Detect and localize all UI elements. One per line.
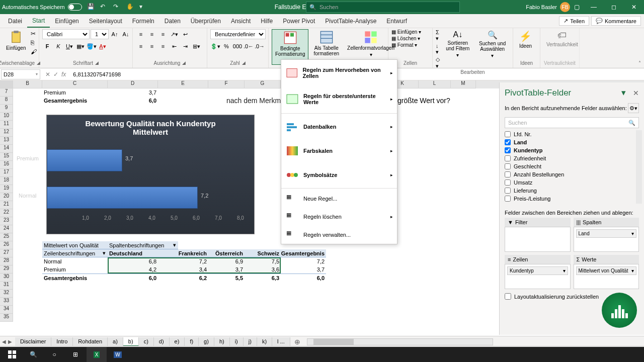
row-header-16[interactable]: 16 xyxy=(0,161,13,169)
sheet-tab-k)[interactable]: k) xyxy=(257,337,272,346)
pivot-measure-label[interactable]: Mittelwert von Qualität xyxy=(42,241,108,249)
align-bottom-icon[interactable]: ≡ xyxy=(158,29,168,39)
chip-values[interactable]: Mittelwert von Qualität▾ xyxy=(576,266,637,275)
row-header-30[interactable]: 30 xyxy=(0,274,13,282)
align-right-icon[interactable]: ≡ xyxy=(158,41,168,51)
chip-land[interactable]: Land▾ xyxy=(576,229,637,238)
fill-color-button[interactable]: 🪣▾ xyxy=(87,41,97,51)
pivot-cell[interactable]: 3,7 xyxy=(281,265,326,274)
sheet-tab-g)[interactable]: g) xyxy=(199,337,214,346)
pivot-row-filter-icon[interactable]: ▾ xyxy=(101,249,108,257)
col-header-G[interactable]: G xyxy=(245,80,281,88)
area-filter[interactable] xyxy=(505,227,571,252)
row-header-12[interactable]: 12 xyxy=(0,129,13,137)
cf-manage-rules[interactable]: ▦Regeln verwalten... xyxy=(281,226,397,244)
row-header-10[interactable]: 10 xyxy=(0,113,13,121)
italic-button[interactable]: K xyxy=(53,41,63,51)
area-values[interactable]: Mittelwert von Qualität▾ xyxy=(574,264,639,289)
sheet-tab-c)[interactable]: c) xyxy=(139,337,154,346)
row-header-21[interactable]: 21 xyxy=(0,201,13,209)
row-header-20[interactable]: 20 xyxy=(0,193,13,201)
tab-ueberpruefen[interactable]: Überprüfen xyxy=(186,14,226,28)
pivot-cell[interactable]: 6,8 xyxy=(108,257,158,265)
tab-ansicht[interactable]: Ansicht xyxy=(226,14,256,28)
pivot-cell[interactable]: 6,2 xyxy=(158,274,208,282)
taskbar-search-icon[interactable]: 🔍 xyxy=(23,347,43,362)
fill-icon[interactable]: ↓ ▾ xyxy=(436,43,440,55)
sheet-tab-Intro[interactable]: Intro xyxy=(51,337,73,346)
save-icon[interactable]: 💾 xyxy=(87,3,95,11)
pivot-hdr-ges[interactable]: Gesamtergebnis xyxy=(281,249,326,257)
name-box[interactable]: D28 xyxy=(1,69,40,79)
redo-icon[interactable]: ↷ xyxy=(113,3,121,11)
col-header-F[interactable]: F xyxy=(208,80,245,88)
tab-seitenlayout[interactable]: Seitenlayout xyxy=(84,14,127,28)
increase-font-icon[interactable]: A↑ xyxy=(110,29,120,39)
pivot-hdr-at[interactable]: Österreich xyxy=(208,249,245,257)
pivot-cell[interactable]: Premium xyxy=(42,265,108,274)
taskbar-excel-icon[interactable]: X xyxy=(87,347,107,362)
area-rows[interactable]: Kundentyp▾ xyxy=(505,264,571,289)
fx-icon[interactable]: fx xyxy=(61,71,66,78)
pivot-col-filter-icon[interactable]: ▾ xyxy=(171,241,178,249)
align-top-icon[interactable]: ≡ xyxy=(136,29,146,39)
row-header-31[interactable]: 31 xyxy=(0,282,13,290)
row-header-34[interactable]: 34 xyxy=(0,306,13,314)
sheet-tab-d)[interactable]: d) xyxy=(154,337,170,346)
horizontal-scrollbar[interactable] xyxy=(307,338,493,345)
tab-entwurf[interactable]: Entwurf xyxy=(381,14,412,28)
cancel-formula-icon[interactable]: ✕ xyxy=(45,71,50,78)
confirm-formula-icon[interactable]: ✓ xyxy=(53,71,58,78)
pivot-hdr-de[interactable]: Deutschland xyxy=(108,249,158,257)
row-header-33[interactable]: 33 xyxy=(0,298,13,306)
percent-icon[interactable]: % xyxy=(221,41,231,51)
minimize-button[interactable]: — xyxy=(584,0,604,14)
cell-c7[interactable]: Premium xyxy=(42,88,108,97)
pivot-row-label[interactable]: Zeilenbeschriftungen xyxy=(42,249,101,257)
align-middle-icon[interactable]: ≡ xyxy=(147,29,157,39)
cf-new-rule[interactable]: ▦Neue Regel... xyxy=(281,190,397,208)
font-launcher[interactable]: ◢ xyxy=(95,60,99,66)
format-cells-button[interactable]: ▦ Format ▾ xyxy=(391,42,417,48)
cf-color-scales[interactable]: Farbskalen▸ xyxy=(281,139,397,163)
sheet-nav-next[interactable]: ▶ xyxy=(8,339,12,344)
cf-clear-rules[interactable]: ▦Regeln löschen▸ xyxy=(281,208,397,226)
taskbar-cortana-icon[interactable]: ○ xyxy=(44,347,64,362)
pivot-cell[interactable]: 6,0 xyxy=(281,274,326,282)
field-umsatz[interactable]: Umsatz xyxy=(505,178,636,187)
row-header-11[interactable]: 11 xyxy=(0,121,13,129)
cell-d8[interactable]: 6,0 xyxy=(108,97,158,105)
close-button[interactable]: ✕ xyxy=(624,0,644,14)
tab-pivottable-analyse[interactable]: PivotTable-Analyse xyxy=(320,14,381,28)
autosum-icon[interactable]: Σ ▾ xyxy=(436,29,440,42)
number-format-select[interactable]: Benutzerdefiniert xyxy=(210,29,266,39)
area-columns[interactable]: Land▾ xyxy=(574,227,639,252)
row-header-26[interactable]: 26 xyxy=(0,241,13,249)
field-zufriedenheit[interactable]: Zufriedenheit xyxy=(505,154,636,162)
ribbon-mode-icon[interactable]: ▢ xyxy=(574,4,580,11)
copy-icon[interactable]: ⎘ xyxy=(31,39,37,46)
sheet-tab-i)[interactable]: i) xyxy=(230,337,244,346)
sort-filter-button[interactable]: A↓Sortieren und Filtern▾ xyxy=(442,29,473,59)
field-kundentyp[interactable]: Kundentyp xyxy=(505,146,636,154)
cf-top-bottom-rules[interactable]: Regeln für oberste/unterste Werte▸ xyxy=(281,86,397,112)
format-as-table-button[interactable]: Als Tabelle formatieren ▾ xyxy=(310,29,342,64)
tab-hilfe[interactable]: Hilfe xyxy=(256,14,278,28)
tab-datei[interactable]: Datei xyxy=(3,14,27,28)
search-box[interactable]: 🔍 Suchen xyxy=(306,2,460,13)
defer-layout-checkbox[interactable] xyxy=(505,293,511,300)
col-header-D[interactable]: D xyxy=(108,80,158,88)
row-header-19[interactable]: 19 xyxy=(0,185,13,193)
sheet-tab-a)[interactable]: a) xyxy=(108,337,123,346)
underline-button[interactable]: U▾ xyxy=(64,41,74,51)
align-left-icon[interactable]: ≡ xyxy=(136,41,146,51)
field-lfd-nr-[interactable]: Lfd. Nr. xyxy=(505,130,636,138)
row-header-25[interactable]: 25 xyxy=(0,233,13,241)
sheet-tab-j)[interactable]: j) xyxy=(244,337,257,346)
clear-icon[interactable]: ◇ ▾ xyxy=(436,56,440,69)
row-header-35[interactable]: 35 xyxy=(0,314,13,322)
row-header-29[interactable]: 29 xyxy=(0,265,13,274)
pivot-cell[interactable]: Gesamtergebnis xyxy=(42,274,108,282)
increase-decimal-icon[interactable]: .0← xyxy=(244,41,254,51)
pivot-cell[interactable]: 7,5 xyxy=(245,257,281,265)
